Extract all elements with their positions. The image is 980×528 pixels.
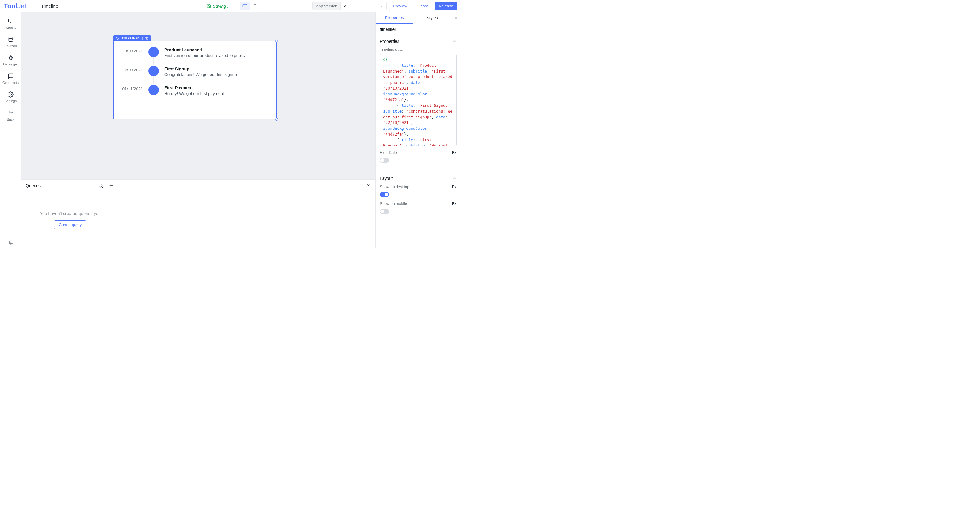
show-mobile-toggle[interactable] [380, 209, 389, 214]
share-button[interactable]: Share [414, 2, 433, 10]
preview-button[interactable]: Preview [389, 2, 411, 10]
timeline-event-text: Product LaunchedFirst version of our pro… [164, 47, 245, 58]
search-queries-button[interactable] [97, 182, 104, 189]
theme-toggle[interactable] [0, 240, 21, 245]
plus-icon [108, 183, 114, 189]
desktop-preview-button[interactable] [240, 2, 250, 10]
timeline-connector [153, 57, 154, 65]
timeline-event-date: 22/10/2021 [120, 66, 143, 72]
rail-back[interactable]: Back [0, 107, 21, 124]
properties-section-title: Properties [380, 39, 399, 44]
show-desktop-fx-button[interactable]: Fx [452, 184, 457, 189]
rail-debugger-label: Debugger [0, 62, 21, 66]
add-query-button[interactable] [107, 182, 115, 189]
rail-sources[interactable]: Sources [0, 34, 21, 51]
comment-icon [0, 73, 21, 79]
inspector-icon [0, 18, 21, 24]
svg-rect-0 [243, 4, 247, 7]
timeline-event: 20/10/2021Product LaunchedFirst version … [120, 47, 270, 66]
timeline-event: 01/11/2021First PaymentHurray! We got ou… [120, 85, 270, 96]
device-preview-toggle [240, 2, 260, 10]
left-rail: Inspector Sources Debugger Comments Sett… [0, 12, 21, 248]
hide-date-toggle[interactable] [380, 158, 389, 163]
query-editor [119, 180, 375, 248]
queries-title: Queries [26, 183, 94, 188]
timeline-event-date: 20/10/2021 [120, 47, 143, 53]
logo[interactable]: ToolJet [4, 2, 28, 10]
timeline-box[interactable]: 20/10/2021Product LaunchedFirst version … [113, 41, 277, 119]
chevron-up-icon [452, 39, 457, 43]
component-badge-label: TIMELINE1 [121, 36, 140, 40]
bug-icon [0, 54, 21, 61]
version-picker[interactable]: App Version v1 [312, 2, 387, 10]
desktop-icon [242, 4, 247, 9]
rail-comments[interactable]: Comments [0, 70, 21, 87]
gear-small-icon [116, 37, 119, 40]
query-list-header: Queries [21, 180, 119, 192]
version-picker-label: App Version [312, 2, 340, 10]
timeline-connector [153, 76, 154, 84]
collapse-query-panel-button[interactable] [366, 182, 372, 188]
close-inspector-button[interactable] [451, 12, 461, 24]
chevron-down-icon [380, 4, 383, 8]
timeline-dot [148, 85, 159, 95]
component-name-input[interactable]: timeline1 [375, 24, 461, 35]
timeline-dot [148, 66, 159, 76]
svg-line-11 [102, 187, 103, 187]
version-picker-value[interactable]: v1 [340, 2, 387, 10]
show-mobile-fx-button[interactable]: Fx [452, 201, 457, 206]
layout-accordion-header[interactable]: Layout [375, 172, 461, 184]
rail-inspector[interactable]: Inspector [0, 15, 21, 32]
rail-back-label: Back [0, 117, 21, 121]
trash-icon[interactable] [145, 37, 148, 40]
show-desktop-row: Show on desktop Fx [380, 184, 457, 189]
timeline-event-subtitle: Hurray! We got our first payment [164, 91, 224, 96]
tab-properties[interactable]: Properties [375, 12, 414, 24]
timeline-data-editor[interactable]: {{ [ { title: 'Product Launched', subTit… [380, 54, 457, 146]
rail-sources-label: Sources [0, 44, 21, 48]
timeline-dot-col [148, 47, 159, 57]
tab-styles[interactable]: Styles [414, 12, 452, 24]
query-empty-state: You haven't created queries yet. Create … [21, 192, 119, 248]
svg-rect-5 [8, 19, 13, 22]
svg-point-6 [9, 37, 13, 38]
rail-inspector-label: Inspector [0, 26, 21, 29]
rail-debugger[interactable]: Debugger [0, 52, 21, 69]
properties-accordion-header[interactable]: Properties [375, 35, 461, 48]
mobile-preview-button[interactable] [250, 2, 259, 10]
save-status-text: Saving.. [213, 4, 228, 9]
app-name-input[interactable]: Timeline [32, 3, 58, 9]
close-icon [454, 16, 458, 20]
rail-comments-label: Comments [0, 81, 21, 84]
timeline-data-label: Timeline data [380, 48, 457, 52]
back-icon [0, 109, 21, 116]
timeline-dot-col [148, 66, 159, 76]
save-icon [206, 4, 211, 9]
timeline-event-title: Product Launched [164, 48, 245, 52]
timeline-event-subtitle: Congratulations! We got our first signup [164, 72, 237, 77]
timeline-event-text: First SignupCongratulations! We got our … [164, 66, 237, 77]
version-value: v1 [344, 4, 348, 8]
timeline-dot-col [148, 85, 159, 95]
timeline-event-title: First Signup [164, 67, 237, 71]
svg-point-10 [99, 184, 102, 187]
release-button[interactable]: Release [434, 2, 457, 10]
logo-light: Jet [18, 2, 26, 10]
rail-settings[interactable]: Settings [0, 89, 21, 106]
timeline-component[interactable]: TIMELINE1 20/10/2021Product LaunchedFirs… [113, 35, 277, 119]
timeline-event-date: 01/11/2021 [120, 85, 143, 91]
timeline-event-text: First PaymentHurray! We got our first pa… [164, 85, 224, 96]
properties-accordion-body: Timeline data {{ [ { title: 'Product Lau… [375, 48, 461, 167]
resize-handle-tr[interactable] [275, 40, 278, 42]
timeline-event: 22/10/2021First SignupCongratulations! W… [120, 66, 270, 85]
hide-date-fx-button[interactable]: Fx [452, 150, 457, 155]
save-status: Saving.. [206, 4, 228, 9]
canvas[interactable]: TIMELINE1 20/10/2021Product LaunchedFirs… [21, 12, 375, 179]
show-desktop-toggle[interactable] [380, 192, 389, 197]
create-query-button[interactable]: Create query [54, 220, 86, 229]
component-badge[interactable]: TIMELINE1 [113, 35, 151, 41]
resize-handle-br[interactable] [275, 118, 278, 121]
moon-icon [8, 240, 13, 245]
app-header: ToolJet Timeline Saving.. App Version v1… [0, 0, 461, 12]
logo-bold: Tool [4, 2, 18, 10]
